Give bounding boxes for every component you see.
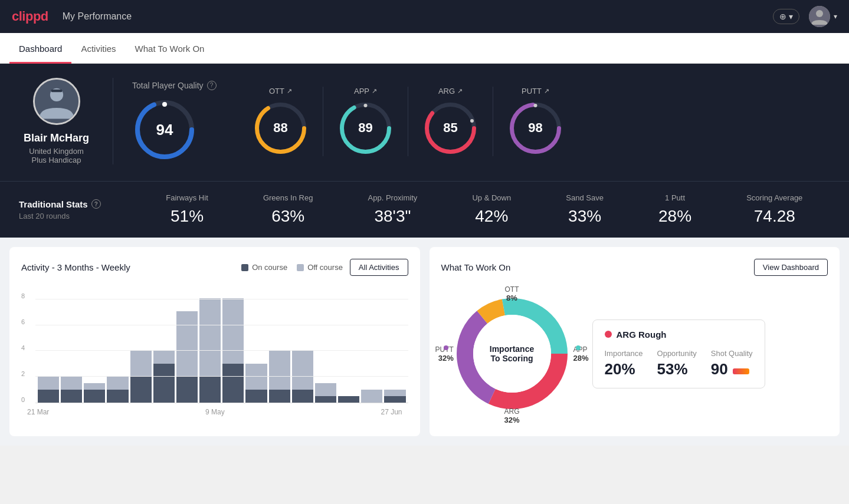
putt-gauge-item: PUTT ↗ 98 [493,87,578,156]
tab-activities[interactable]: Activities [71,33,125,64]
view-dashboard-button[interactable]: View Dashboard [754,259,828,276]
donut-chart: Importance To Scoring OTT 8% APP 28% ARG… [441,283,583,424]
bar-group-14 [361,285,382,403]
bar-off [269,351,290,390]
bar-group-5 [153,285,175,403]
arg-gauge-item: ARG ↗ 85 [408,87,493,156]
detail-metric-shotquality: Shot Quality 90 [711,349,753,378]
bar-on [245,390,267,403]
donut-label-arg: ARG 32% [504,407,519,424]
bar-group-3 [107,285,128,403]
trad-stats-subtitle: Last 20 rounds [19,212,101,220]
tabs-nav: Dashboard Activities What To Work On [0,33,849,64]
avatar-dropdown-icon: ▾ [834,12,837,21]
bar-on [61,390,82,403]
bar-off [153,351,175,364]
detail-metrics: Importance 20% Opportunity 53% Shot Qual… [605,349,753,378]
wtwo-header: What To Work On View Dashboard [441,259,828,276]
arg-label: ARG ↗ [438,87,463,95]
donut-label-ott: OTT 8% [505,285,519,302]
shot-quality-bar [733,368,749,374]
quality-section: Total Player Quality ? 94 OTT ↗ [113,81,830,162]
user-avatar [809,6,830,27]
trad-stats-info-icon[interactable]: ? [91,199,101,209]
bar-on [176,377,198,403]
bar-group-12 [315,285,336,403]
header-right: ⊕ ▾ ▾ [773,6,837,27]
svg-point-18 [534,104,537,107]
trad-stat-scoring: Scoring Average 74.28 [746,193,802,226]
bar-on [315,396,336,403]
bar-group-11 [292,285,313,403]
bar-group-2 [84,285,105,403]
bar-group-13 [338,285,359,403]
traditional-stats: Traditional Stats ? Last 20 rounds Fairw… [0,181,849,238]
bar-group-8 [222,285,244,403]
arg-value: 85 [443,120,457,136]
add-dropdown-icon: ▾ [789,12,793,21]
add-button[interactable]: ⊕ ▾ [773,9,799,24]
tab-dashboard[interactable]: Dashboard [9,33,71,64]
bar-group-0 [38,285,59,403]
detail-metric-opportunity: Opportunity 53% [657,349,697,378]
app-value: 89 [358,120,372,136]
detail-metric-importance: Importance 20% [605,349,643,378]
bar-on [292,390,313,403]
arg-gauge: 85 [422,100,478,156]
ott-value: 88 [273,120,287,136]
logo: clippd [12,9,48,24]
bar-off [361,390,382,403]
trad-stats-label: Traditional Stats ? Last 20 rounds [19,199,120,220]
bar-off [222,298,244,364]
quality-info-icon[interactable]: ? [207,81,217,90]
bar-on [269,390,290,403]
y-label-4: 4 [21,344,25,351]
bar-on [199,377,221,403]
bar-off [384,390,405,396]
bar-on [84,390,105,403]
quality-main: Total Player Quality ? 94 [132,81,238,162]
bar-on [384,396,405,403]
what-to-work-on-card: What To Work On View Dashboard [430,247,840,436]
header-title: My Performance [63,11,132,22]
bar-group-7 [199,285,221,403]
avatar-area[interactable]: ▾ [809,6,837,27]
arg-arrow: ↗ [457,87,463,95]
bar-group-6 [176,285,198,403]
y-label-2: 2 [21,370,25,377]
all-activities-button[interactable]: All Activities [350,259,408,276]
stats-banner: Blair McHarg United Kingdom Plus Handica… [0,64,849,181]
trad-stat-1putt: 1 Putt 28% [658,193,691,226]
svg-rect-4 [51,90,62,93]
svg-point-12 [364,104,368,107]
detail-card: ARG Rough Importance 20% Opportunity 53%… [592,319,765,388]
bar-off [84,383,105,390]
activity-header: Activity - 3 Months - Weekly On course O… [21,259,408,276]
bar-group-4 [130,285,152,403]
bar-off [38,377,59,390]
activity-legend: On course Off course [241,263,343,272]
bar-on [222,364,244,403]
off-course-dot [297,264,304,271]
bar-off [130,351,152,377]
tab-what-to-work-on[interactable]: What To Work On [126,33,214,64]
bar-off [245,364,267,390]
y-label-8: 8 [21,292,25,299]
wtwo-content: Importance To Scoring OTT 8% APP 28% ARG… [441,283,828,424]
chart-area: 0 2 4 6 8 [21,285,408,415]
app-gauge: 89 [337,100,394,156]
trad-stats-title: Traditional Stats ? [19,199,101,209]
trad-stat-fairways: Fairways Hit 51% [166,193,208,226]
trad-stat-updown: Up & Down 42% [472,193,511,226]
donut-center-line1: Importance [490,344,534,354]
app-arrow: ↗ [372,87,377,95]
y-label-6: 6 [21,318,25,325]
y-label-0: 0 [21,396,25,403]
player-info: Blair McHarg United Kingdom Plus Handica… [19,78,113,164]
on-course-dot [241,264,248,271]
overall-value: 94 [156,120,173,139]
player-country: United Kingdom [29,147,84,156]
detail-card-title: ARG Rough [605,330,753,340]
gauge-container: OTT ↗ 88 APP ↗ [238,87,578,156]
donut-center-line2: To Scoring [490,354,534,363]
